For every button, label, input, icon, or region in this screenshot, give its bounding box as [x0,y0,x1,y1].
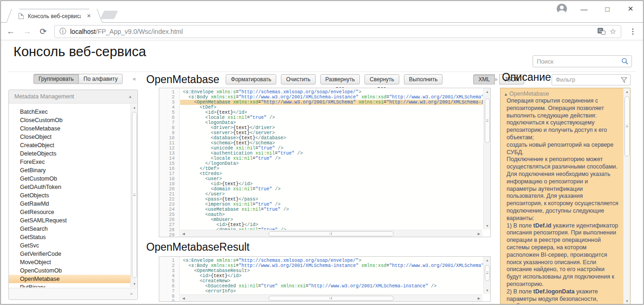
page-info-icon[interactable]: ⓘ [59,27,66,36]
scroll-down-icon[interactable]: ▼ [624,298,631,305]
scroll-thumb[interactable] [485,265,490,281]
code-line[interactable]: <s:Envelope xmlns:s="http://schemas.xmls… [183,90,483,95]
minimize-button[interactable]: — [578,5,590,13]
browser-tab[interactable]: Консоль веб-сервиса ✕ [13,9,96,23]
scroll-right-icon[interactable]: ▶ [475,295,482,302]
code-line[interactable]: <oauth> [183,212,483,217]
code-line[interactable]: <pass>{text}</pass> [183,197,483,202]
code-line[interactable]: </tDef> [183,166,483,171]
list-item-GetBinary[interactable]: GetBinary [9,166,137,175]
group-collapse-icon[interactable]: ▲ [128,90,132,104]
scroll-up-icon[interactable]: ▲ [484,257,491,264]
translate-icon[interactable]: G [598,28,605,35]
sidebar-scrollbar[interactable]: ▲ ▼ [130,104,137,287]
scroll-up-icon[interactable]: ▲ [131,104,137,111]
code-line[interactable]: <id>{text}</id> [183,273,483,279]
list-item-GetCustomOb[interactable]: GetCustomOb [9,175,137,183]
scroll-thumb[interactable] [485,98,490,143]
collapse-all-button[interactable]: Свернуть все [364,74,399,84]
code-line[interactable]: <authentication xsi:nil="true" /> [183,151,483,156]
group-header[interactable]: Metadata Management ▲ [9,90,137,104]
code-line[interactable]: <tDef> [183,105,483,110]
url-text[interactable]: localhost/FP_App_v9.0/Wsc/index.html [70,28,183,35]
scroll-left-icon[interactable]: ◀ [180,295,187,302]
code-line[interactable]: <bSucceeded xsi:nil="true" xmlns:xsi="ht… [183,284,483,289]
list-item-BatchExec[interactable]: BatchExec [9,108,137,116]
list-item-GetObjects[interactable]: GetObjects [9,191,137,200]
description-section-header[interactable]: ▲OpenMetabase [504,91,619,97]
list-item-GetSvc[interactable]: GetSvc [9,241,137,250]
code-line[interactable]: <locale xsi:nil="true" /> [183,156,483,161]
list-item-CloseCustomOb[interactable]: CloseCustomOb [9,116,137,124]
list-item-DeleteObjects[interactable]: DeleteObjects [9,149,137,158]
search-box[interactable] [533,55,632,67]
code-line[interactable]: <id>{text}</id> [183,222,483,227]
filter-box[interactable] [552,74,631,85]
code-line[interactable]: <server>{text}</server> [183,130,483,136]
request-code[interactable]: <s:Envelope xmlns:s="http://schemas.xmls… [180,88,483,237]
list-item-GetRawMd[interactable]: GetRawMd [9,200,137,208]
code-line[interactable]: <createNew> [183,279,483,284]
bookmark-star-icon[interactable]: ☆ [610,27,616,36]
code-line[interactable]: <unicode xsi:nil="true" /> [183,146,483,151]
request-vscrollbar[interactable]: ▲ ▼ [483,88,490,229]
code-line[interactable]: <imperson xsi:nil="true" /> [183,202,483,207]
code-line[interactable]: <tCreds> [183,171,483,176]
code-line[interactable]: <locale xsi:nil="true" /> [183,115,483,120]
code-line[interactable]: </logonData> [183,161,483,166]
new-tab-button[interactable] [100,11,118,19]
code-line[interactable]: <user> [183,176,483,182]
tab-close-icon[interactable]: ✕ [85,12,93,20]
list-item-CreateObject[interactable]: CreateObject [9,141,137,149]
scroll-thumb[interactable] [624,96,630,156]
list-item-ForeExec[interactable]: ForeExec [9,158,137,166]
request-editor[interactable]: 1234567891011121314151617181920212223242… [159,88,491,237]
scroll-up-icon[interactable]: ▲ [484,88,491,95]
panel-expand-icon[interactable]: » [494,76,498,83]
scroll-down-icon[interactable]: ▼ [484,287,491,294]
search-icon[interactable] [621,58,629,65]
profile-icon[interactable] [557,4,567,14]
filter-funnel-icon[interactable] [621,77,627,83]
code-line[interactable]: <mbUser> [183,217,483,222]
code-line[interactable]: <errorInfo> [183,289,483,294]
scroll-right-icon[interactable]: ▶ [475,230,482,237]
code-line[interactable]: <OpenMetabase xmlns:xsd="http://www.w3.o… [180,100,483,105]
list-item-GetStatus[interactable]: GetStatus [9,233,137,241]
list-item-MoveObject[interactable]: MoveObject [9,258,137,266]
reload-icon[interactable]: ⟳ [38,26,48,37]
scroll-down-icon[interactable]: ▼ [484,222,491,229]
scroll-left-icon[interactable]: ◀ [180,230,187,237]
filter-input[interactable] [555,76,621,84]
response-editor[interactable]: 123456789 <s:Envelope xmlns:s="http://sc… [159,256,491,302]
response-hscrollbar[interactable]: ◀ ▶ [180,294,482,301]
scroll-thumb[interactable] [268,296,394,301]
code-line[interactable]: <domain xsi:nil="true" /> [183,187,483,192]
list-item-GetSearch[interactable]: GetSearch [9,225,137,233]
list-item-OpenMetabase[interactable]: OpenMetabase [9,275,137,283]
code-line[interactable]: <schema>{text}</schema> [183,141,483,146]
code-line[interactable]: <s:Body xmlns:xsi="http://www.w3.org/200… [183,263,483,268]
request-hscrollbar[interactable]: ◀ ▶ [180,230,482,237]
code-line[interactable]: <id>{text}</id> [183,182,483,187]
scroll-down-icon[interactable]: ▼ [131,280,137,287]
code-line[interactable]: <id>{text}</id> [183,110,483,115]
alphabet-button[interactable]: По алфавиту [78,74,123,84]
code-line[interactable]: <driver>{text}</driver> [183,125,483,130]
list-item-CloseMetabase[interactable]: CloseMetabase [9,124,137,133]
response-vscrollbar[interactable]: ▲ ▼ [483,257,490,294]
expand-all-button[interactable]: Развернуть все [320,74,360,84]
code-line[interactable]: </user> [183,192,483,197]
clear-button[interactable]: Очистить [281,74,315,84]
code-line[interactable]: <logonData> [183,120,483,125]
list-item-OpenCustomOb[interactable]: OpenCustomOb [9,266,137,275]
code-line[interactable]: <s:Envelope xmlns:s="http://schemas.xmls… [183,258,483,263]
list-item-GetSAMLRequest[interactable]: GetSAMLRequest [9,216,137,225]
section-collapse-icon[interactable]: ▲ [504,92,508,97]
search-input[interactable] [534,58,621,65]
scroll-thumb[interactable] [132,112,137,278]
list-item-GetVerifierCode[interactable]: GetVerifierCode [9,250,137,258]
list-item-GetOAuthToken[interactable]: GetOAuthToken [9,183,137,191]
address-bar[interactable]: ⓘ localhost/FP_App_v9.0/Wsc/index.html G… [54,25,621,38]
back-icon[interactable]: ← [6,26,16,36]
